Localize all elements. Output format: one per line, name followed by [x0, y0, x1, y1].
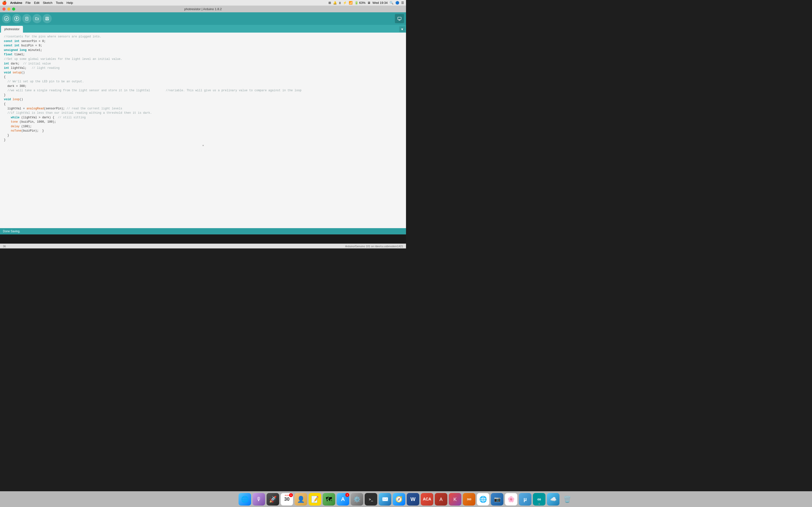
line-number: 36	[3, 245, 6, 248]
battery-icon: 🔋 63%	[355, 1, 366, 5]
tabs-bar: photresistor ▼	[0, 25, 406, 33]
svg-rect-7	[46, 19, 48, 20]
code-line: delay (100);	[0, 124, 406, 129]
minimize-button[interactable]	[7, 7, 10, 11]
code-line: lightVal = analogRead(sensorPin); // rea…	[0, 107, 406, 111]
code-line: const int sensorPin = 0;	[0, 39, 406, 44]
code-line: noTone(buzzPin); }	[0, 129, 406, 133]
menubar-left: 🍎 Arduino File Edit Sketch Tools Help	[2, 0, 73, 5]
verify-button[interactable]	[2, 14, 11, 23]
code-line: float time1;	[0, 52, 406, 57]
scroll-indicator	[0, 142, 406, 149]
apple-menu[interactable]: 🍎	[2, 0, 7, 5]
code-line: void setup()	[0, 70, 406, 75]
code-line: int dark; // initial value	[0, 62, 406, 66]
code-line: //cosntants for the pins where sensors a…	[0, 35, 406, 39]
console-status-bar: Done Saving.	[0, 228, 406, 234]
upload-button[interactable]	[12, 14, 21, 23]
code-line: unsigned long minute1;	[0, 48, 406, 53]
notification-icon: 🔔	[333, 1, 337, 5]
code-line: dark = 300;	[0, 84, 406, 89]
wifi-icon: 📶	[349, 1, 353, 5]
console-area	[0, 234, 406, 243]
code-line: tone (buzzPin, 1000, 100);	[0, 120, 406, 124]
code-line: }	[0, 138, 406, 143]
code-line: }	[0, 133, 406, 138]
notification-center-icon[interactable]: ☰	[401, 1, 404, 5]
code-line: }	[0, 93, 406, 98]
bluetooth-icon: ⧖	[339, 1, 341, 5]
svg-point-0	[4, 16, 9, 21]
toolbar	[0, 12, 406, 25]
code-line: {	[0, 102, 406, 107]
board-info: Arduino/Genuino 101 on /dev/cu.usbmodem1…	[345, 245, 403, 248]
clock: Wed 19:34	[372, 1, 388, 5]
code-line: const int buzzPin = 9;	[0, 44, 406, 48]
code-line: //if lightVal is less than our initial r…	[0, 111, 406, 115]
search-menubar-icon[interactable]: 🔍	[390, 1, 394, 5]
line-number-bar: 36 Arduino/Genuino 101 on /dev/cu.usbmod…	[0, 243, 406, 248]
code-line: while (lightVal > dark) { // still sitti…	[0, 115, 406, 120]
help-menu[interactable]: Help	[66, 1, 73, 5]
file-menu[interactable]: File	[26, 1, 31, 5]
code-line: //Set up some global variables for the l…	[0, 57, 406, 62]
siri-menubar-icon[interactable]: 🔵	[395, 1, 399, 5]
save-button[interactable]	[43, 14, 52, 23]
code-line: //we will take a single reading from the…	[0, 89, 406, 93]
code-line: {	[0, 75, 406, 79]
serial-monitor-button[interactable]	[395, 14, 404, 23]
wifi-more-icon: ⚡	[343, 1, 347, 5]
edit-menu[interactable]: Edit	[34, 1, 39, 5]
svg-rect-8	[398, 17, 401, 19]
screen-icon: 🖥	[367, 1, 370, 5]
open-button[interactable]	[33, 14, 42, 23]
code-line: void loop()	[0, 97, 406, 102]
system-icons: ⊞ 🔔 ⧖ ⚡ 📶 🔋 63% 🖥 Wed 19:34 🔍 🔵 ☰	[328, 1, 404, 5]
new-button[interactable]	[22, 14, 32, 23]
code-editor[interactable]: //cosntants for the pins where sensors a…	[0, 33, 406, 228]
maximize-button[interactable]	[12, 7, 15, 11]
status-message: Done Saving.	[3, 230, 20, 233]
window-title: photresistor | Arduino 1.8.2	[184, 7, 221, 11]
menubar-right: ⊞ 🔔 ⧖ ⚡ 📶 🔋 63% 🖥 Wed 19:34 🔍 🔵 ☰	[328, 1, 404, 5]
menu-bar: 🍎 Arduino File Edit Sketch Tools Help ⊞ …	[0, 0, 406, 6]
title-bar: photresistor | Arduino 1.8.2	[0, 6, 406, 12]
tab-photresistor[interactable]: photresistor	[1, 26, 23, 33]
toolbar-right	[395, 14, 404, 23]
tab-dropdown-button[interactable]: ▼	[399, 26, 405, 32]
arduino-window: photresistor | Arduino 1.8.2	[0, 6, 406, 248]
code-line: int lightVal; // light reading	[0, 66, 406, 70]
app-name-menu[interactable]: Arduino	[10, 1, 22, 5]
close-button[interactable]	[2, 7, 6, 11]
window-controls	[2, 7, 15, 11]
dropbox-icon: ⊞	[328, 1, 331, 5]
sketch-menu[interactable]: Sketch	[43, 1, 52, 5]
code-line: // We'll set up the LED pin to be an out…	[0, 79, 406, 84]
tools-menu[interactable]: Tools	[56, 1, 63, 5]
